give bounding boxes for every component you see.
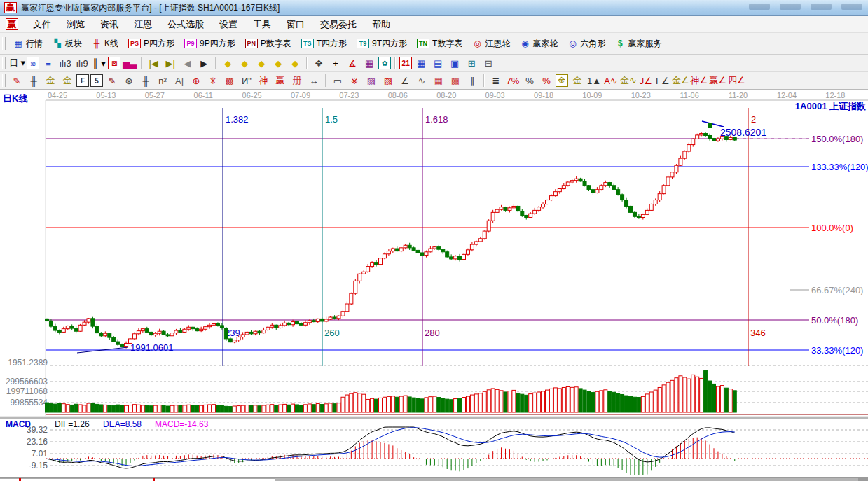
macd-indicator-name[interactable]: MACD	[6, 419, 31, 429]
gann-pattern-red-icon[interactable]: ⊠	[108, 57, 120, 69]
menu-item-公式选股[interactable]: 公式选股	[160, 19, 212, 29]
menu-item-帮助[interactable]: 帮助	[364, 19, 398, 29]
diamond-star-icon[interactable]: ◆	[287, 56, 303, 70]
toolbar-button-quotes[interactable]: ▦行情	[8, 38, 48, 50]
zoom-pattern-icon[interactable]: ≋	[27, 57, 39, 69]
a-wave-icon[interactable]: A∿	[603, 74, 619, 88]
percent-icon[interactable]: %	[522, 74, 537, 88]
red-fan-box-icon[interactable]: ▧	[380, 74, 396, 88]
info-list-icon[interactable]: ≡	[41, 56, 56, 70]
toolbar-button-9p-square[interactable]: P99P四方形	[179, 38, 240, 50]
first-bar-icon[interactable]: |◀	[146, 56, 161, 70]
teal-pattern-tool-icon[interactable]: ✿	[378, 57, 391, 69]
menu-item-设置[interactable]: 设置	[212, 19, 245, 29]
gold-lines-icon[interactable]: 金	[570, 74, 585, 88]
gold-gann-2-icon[interactable]: 金	[60, 74, 75, 88]
toolbar-button-p-number-table[interactable]: PNP数字表	[240, 38, 296, 50]
red-rays-icon[interactable]: ※	[347, 74, 362, 88]
next-bar-icon[interactable]: ▶	[196, 56, 212, 70]
red-grid-2-icon[interactable]: ▩	[448, 74, 463, 88]
menu-item-文件[interactable]: 文件	[25, 19, 59, 29]
toolbar-button-t-square[interactable]: TST四方形	[296, 38, 352, 50]
red-grid-1-icon[interactable]: ▦	[431, 74, 446, 88]
pan-hand-icon[interactable]: ✥	[311, 56, 326, 70]
bars-9-icon[interactable]: ılı9	[74, 56, 90, 70]
menu-item-工具[interactable]: 工具	[245, 19, 279, 29]
diamond-both-icon[interactable]: ◆	[254, 56, 269, 70]
gold-gann-1-icon[interactable]: 金	[43, 74, 58, 88]
window-controls[interactable]	[749, 4, 862, 10]
save-web-icon[interactable]: ⊞	[464, 56, 479, 70]
shen-angle-icon[interactable]: 神∠	[691, 74, 708, 88]
bars-3-icon[interactable]: ılı3	[57, 56, 73, 70]
toolbar-button-kline[interactable]: ╫K线	[87, 38, 123, 50]
n-squared-icon[interactable]: n²	[155, 74, 170, 88]
scrollbar-track[interactable]	[0, 478, 275, 481]
seven-percent-icon[interactable]: 7%	[505, 74, 521, 88]
gold-angle-icon[interactable]: 金∠	[672, 74, 689, 88]
gold-circle-icon[interactable]: 金	[556, 74, 568, 87]
purple-fan-icon[interactable]: ▨	[364, 74, 379, 88]
window-control-3[interactable]	[811, 4, 832, 10]
period-day-dropdown-icon[interactable]: 日 ▾	[9, 56, 25, 70]
window-control-2[interactable]	[780, 4, 801, 10]
toolbar-button-9t-square[interactable]: T99T四方形	[352, 38, 412, 50]
angle-pin-icon[interactable]: ∡	[345, 56, 360, 70]
draw-pen-icon[interactable]: ✎	[9, 74, 25, 88]
red-web-box-icon[interactable]: ▩	[222, 74, 237, 88]
toolbar-button-hexagon[interactable]: ◎六角形	[563, 38, 610, 50]
a-mirror-icon[interactable]: A|	[172, 74, 187, 88]
calendar-21-icon[interactable]: 21	[399, 57, 412, 69]
horizontal-scrollbar[interactable]	[0, 477, 868, 481]
printer-icon[interactable]: ⊟	[481, 56, 496, 70]
toolbar-button-sectors[interactable]: ▚板块	[48, 38, 87, 50]
calculator-icon[interactable]: ▦	[413, 56, 429, 70]
toolbar-button-winner-wheel[interactable]: ◉赢家轮	[515, 38, 563, 50]
crosshair-icon[interactable]: +	[328, 56, 343, 70]
diamond-right-icon[interactable]: ◆	[237, 56, 252, 70]
k-mark-icon[interactable]: И"	[239, 74, 254, 88]
step-scale-icon[interactable]: ≣	[488, 74, 504, 88]
angle-lines-icon[interactable]: ∠	[397, 74, 413, 88]
toolbar-button-winner-service[interactable]: $赢家服务	[610, 38, 666, 50]
circle-divisions-icon[interactable]: ⊛	[121, 74, 137, 88]
f-ruler-icon[interactable]: F	[76, 74, 89, 87]
rect-select-icon[interactable]: ▭	[330, 74, 345, 88]
menu-item-资讯[interactable]: 资讯	[92, 19, 126, 29]
toolbar-button-gann-wheel[interactable]: ◎江恩轮	[467, 38, 515, 50]
save-floppy-icon[interactable]: ▣	[447, 56, 462, 70]
width-span-icon[interactable]: ↔	[306, 74, 322, 88]
window-control-4[interactable]	[841, 4, 862, 10]
wave-zigzag-icon[interactable]: ∿	[414, 74, 429, 88]
diamond-cross-icon[interactable]: ◆	[270, 56, 286, 70]
shen-tool-icon[interactable]: 神	[256, 74, 271, 88]
j-angle-icon[interactable]: J∠	[638, 74, 654, 88]
ying-tool-icon[interactable]: 赢	[273, 74, 288, 88]
menu-item-窗口[interactable]: 窗口	[279, 19, 312, 29]
red-starburst-icon[interactable]: ✳	[205, 74, 221, 88]
notepad-icon[interactable]: ▤	[430, 56, 446, 70]
pen-ruler-icon[interactable]: ✎	[104, 74, 120, 88]
menu-item-江恩[interactable]: 江恩	[126, 19, 160, 29]
menu-item-浏览[interactable]: 浏览	[59, 19, 92, 29]
grid-table-icon[interactable]: 册	[289, 74, 305, 88]
si-angle-icon[interactable]: 四∠	[728, 74, 745, 88]
grid-ruler-icon[interactable]: ╫	[138, 74, 153, 88]
last-bar-icon[interactable]: ▶|	[163, 56, 178, 70]
one-triangle-icon[interactable]: 1▲	[586, 74, 602, 88]
window-control-1[interactable]	[749, 4, 770, 10]
five-spiral-icon[interactable]: 5	[90, 74, 103, 87]
menu-item-交易委托[interactable]: 交易委托	[312, 19, 364, 29]
percent-line-icon[interactable]: %	[539, 74, 554, 88]
toolbar-button-t-number-table[interactable]: TNT数字表	[412, 38, 467, 50]
diamond-left-icon[interactable]: ◆	[220, 56, 235, 70]
candle-style-dropdown-icon[interactable]: ║ ▾	[91, 56, 106, 70]
purple-grid-tool-icon[interactable]: ▦	[361, 56, 377, 70]
f-angle-icon[interactable]: F∠	[655, 74, 670, 88]
volume-profile-icon[interactable]: ▅▃	[122, 56, 137, 70]
red-circle-cross-icon[interactable]: ⊕	[188, 74, 204, 88]
prev-bar-icon[interactable]: ◀	[179, 56, 195, 70]
gold-wave-icon[interactable]: 金∿	[620, 74, 637, 88]
parallel-lines-icon[interactable]: ∥	[464, 74, 480, 88]
gann-grid-small-icon[interactable]: ╫	[26, 74, 41, 88]
